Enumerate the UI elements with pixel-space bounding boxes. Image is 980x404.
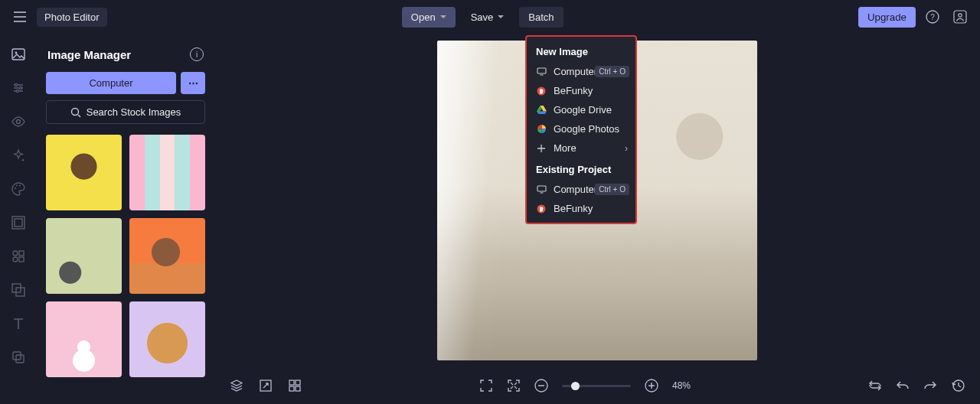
app-title[interactable]: Photo Editor <box>37 8 107 27</box>
thumbnail[interactable] <box>46 135 122 210</box>
menu-item-more[interactable]: More › <box>527 138 635 158</box>
menu-item-google-drive[interactable]: Google Drive <box>527 100 635 119</box>
eye-tool-icon[interactable] <box>10 113 27 130</box>
menu-item-computer[interactable]: Computer Ctrl + O <box>527 62 635 81</box>
user-icon <box>953 10 967 24</box>
batch-button[interactable]: Batch <box>519 7 563 28</box>
adjust-tool-icon[interactable] <box>10 80 27 96</box>
open-from-computer-button[interactable]: Computer <box>46 72 176 94</box>
grid-button[interactable] <box>288 379 302 393</box>
menu-item-label: BeFunky <box>554 85 626 96</box>
chevron-down-icon <box>440 15 446 18</box>
zoom-out-button[interactable] <box>534 379 548 393</box>
more-icon: ⋯ <box>188 77 198 89</box>
svg-rect-30 <box>296 380 300 385</box>
help-icon: ? <box>926 10 939 24</box>
left-tool-rail <box>0 34 37 404</box>
search-icon <box>70 107 81 118</box>
zoom-in-button[interactable] <box>645 379 658 393</box>
image-tool-icon[interactable] <box>10 46 27 63</box>
image-manager-panel: Image Manager i Computer ⋯ Search Stock … <box>37 34 214 404</box>
fullscreen-button[interactable] <box>479 379 493 393</box>
layers-button[interactable] <box>230 379 243 393</box>
chevron-right-icon: › <box>625 143 628 154</box>
info-icon: i <box>196 50 198 59</box>
open-more-sources-button[interactable]: ⋯ <box>181 72 205 94</box>
svg-rect-4 <box>12 49 24 60</box>
menu-item-google-photos[interactable]: Google Photos <box>527 119 635 138</box>
menu-item-label: More <box>554 142 626 154</box>
svg-rect-32 <box>296 386 300 391</box>
search-stock-images-button[interactable]: Search Stock Images <box>46 100 205 124</box>
fit-screen-button[interactable] <box>507 379 521 393</box>
menu-item-label: Google Drive <box>554 104 626 116</box>
layers-tool-icon[interactable] <box>10 349 27 366</box>
befunky-icon <box>536 86 547 96</box>
open-dropdown-menu: New Image Computer Ctrl + O BeFunky Goog… <box>525 35 637 224</box>
menu-item-existing-computer[interactable]: Computer Ctrl + O <box>527 180 635 199</box>
thumbnail[interactable] <box>46 301 122 377</box>
svg-point-11 <box>16 185 18 187</box>
open-button[interactable]: Open <box>402 7 456 28</box>
computer-icon <box>536 67 547 77</box>
open-label: Open <box>411 11 436 23</box>
shortcut-label: Ctrl + O <box>595 184 629 195</box>
topbar: Photo Editor Open Save Batch Upgrade ? <box>0 0 980 34</box>
svg-point-3 <box>959 14 962 17</box>
redo-button[interactable] <box>923 379 937 393</box>
thumbnail[interactable] <box>129 301 205 377</box>
shapes-tool-icon[interactable] <box>10 248 27 265</box>
overlay-tool-icon[interactable] <box>10 282 27 298</box>
svg-point-17 <box>13 257 18 262</box>
panel-title: Image Manager <box>47 48 131 61</box>
palette-tool-icon[interactable] <box>10 181 27 197</box>
save-button[interactable]: Save <box>462 7 514 28</box>
frame-tool-icon[interactable] <box>10 214 27 231</box>
panel-info-button[interactable]: i <box>190 47 204 61</box>
svg-rect-14 <box>15 219 22 226</box>
svg-point-5 <box>15 52 18 54</box>
menu-section-existing: Existing Project <box>527 161 635 180</box>
svg-rect-16 <box>19 251 24 256</box>
thumbnail[interactable] <box>129 218 205 294</box>
plus-icon <box>536 143 547 154</box>
thumbnail[interactable] <box>129 135 205 210</box>
svg-text:?: ? <box>930 13 935 21</box>
zoom-slider[interactable] <box>562 385 631 387</box>
svg-point-15 <box>13 251 18 256</box>
menu-item-label: BeFunky <box>554 203 626 214</box>
menu-item-befunky[interactable]: BeFunky <box>527 81 635 100</box>
google-drive-icon <box>536 105 547 116</box>
save-label: Save <box>471 11 494 23</box>
svg-point-12 <box>19 185 21 187</box>
svg-rect-22 <box>16 355 24 363</box>
toggle-before-after-button[interactable] <box>868 379 882 393</box>
thumbnail[interactable] <box>46 218 122 294</box>
svg-point-23 <box>71 108 78 115</box>
menu-item-existing-befunky[interactable]: BeFunky <box>527 199 635 218</box>
menu-item-label: Google Photos <box>554 123 626 135</box>
sparkle-tool-icon[interactable] <box>10 147 27 164</box>
svg-rect-24 <box>537 68 546 73</box>
svg-point-6 <box>15 83 17 86</box>
resize-button[interactable] <box>259 379 273 393</box>
history-button[interactable] <box>951 379 965 393</box>
svg-rect-29 <box>289 380 294 385</box>
zoom-value: 48% <box>672 380 691 391</box>
chevron-down-icon <box>498 15 504 18</box>
computer-icon <box>536 184 547 195</box>
svg-rect-21 <box>13 352 21 360</box>
search-stock-label: Search Stock Images <box>87 106 181 118</box>
upgrade-button[interactable]: Upgrade <box>858 7 916 28</box>
svg-point-10 <box>15 187 16 189</box>
bottom-bar: 48% <box>214 367 980 404</box>
account-button[interactable] <box>949 6 971 28</box>
hamburger-menu-button[interactable] <box>9 6 31 28</box>
menu-section-new: New Image <box>527 43 635 62</box>
text-tool-icon[interactable] <box>10 315 27 332</box>
google-photos-icon <box>536 124 547 135</box>
help-button[interactable]: ? <box>922 6 943 28</box>
svg-rect-31 <box>289 386 294 391</box>
befunky-icon <box>536 204 547 214</box>
undo-button[interactable] <box>896 379 910 393</box>
